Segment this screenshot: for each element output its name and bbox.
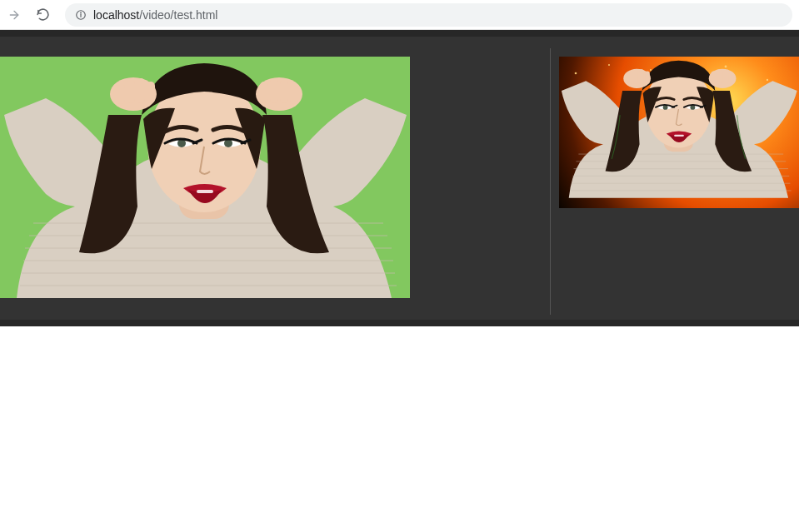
url-text: localhost/video/test.html: [93, 8, 217, 22]
svg-rect-50: [645, 72, 650, 84]
svg-rect-18: [127, 80, 135, 103]
svg-rect-24: [290, 84, 298, 104]
url-path: /video/test.html: [139, 8, 217, 22]
result-image-composite: [559, 57, 799, 208]
address-bar[interactable]: localhost/video/test.html: [65, 3, 792, 27]
reload-icon: [36, 7, 50, 22]
svg-rect-21: [260, 82, 268, 103]
svg-rect-51: [712, 72, 717, 84]
person-illustration-large: [0, 57, 410, 298]
left-panel: [0, 48, 551, 315]
svg-rect-44: [674, 135, 684, 137]
source-image-greenscreen: [0, 57, 410, 298]
reload-button[interactable]: [35, 7, 50, 22]
top-dark-strip: [0, 30, 799, 37]
svg-rect-48: [633, 70, 638, 83]
bottom-dark-strip: [0, 320, 799, 326]
svg-rect-49: [639, 69, 644, 84]
svg-rect-54: [729, 72, 734, 84]
upper-bar: [0, 37, 799, 48]
svg-rect-20: [147, 82, 155, 103]
url-host: localhost: [93, 8, 139, 22]
panel-area: [0, 48, 799, 315]
svg-rect-22: [270, 78, 278, 103]
svg-rect-23: [280, 80, 288, 103]
svg-rect-52: [717, 69, 722, 84]
svg-rect-53: [723, 70, 728, 83]
info-icon: [75, 9, 87, 21]
svg-rect-14: [197, 190, 213, 193]
page-content: [0, 30, 799, 326]
forward-button[interactable]: [7, 7, 22, 22]
svg-rect-17: [117, 84, 125, 104]
person-illustration-small: [559, 57, 799, 198]
svg-point-3: [81, 12, 82, 13]
svg-rect-47: [627, 72, 632, 84]
browser-toolbar: localhost/video/test.html: [0, 0, 799, 30]
svg-rect-19: [137, 78, 145, 103]
right-panel: [551, 48, 799, 315]
forward-arrow-icon: [7, 8, 21, 22]
